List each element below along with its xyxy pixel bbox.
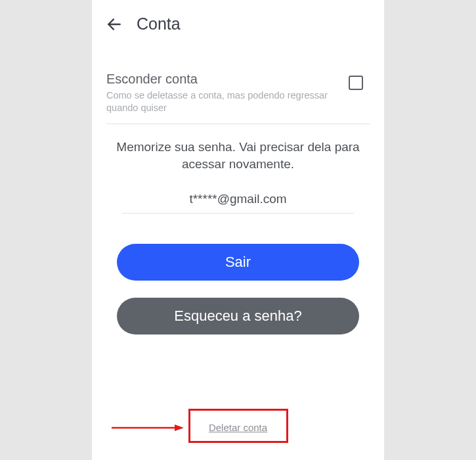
email-display: t*****@gmail.com (122, 192, 354, 214)
content: Esconder conta Como se deletasse a conta… (92, 45, 384, 334)
annotation-arrow-icon (112, 423, 184, 428)
hide-account-subtitle: Como se deletasse a conta, mas podendo r… (106, 89, 349, 114)
delete-link-wrapper: Deletar conta (196, 422, 280, 434)
hide-account-row[interactable]: Esconder conta Como se deletasse a conta… (106, 72, 370, 124)
forgot-password-button[interactable]: Esqueceu a senha? (117, 298, 359, 334)
account-screen: Conta Esconder conta Como se deletasse a… (92, 0, 384, 460)
hide-account-checkbox[interactable] (349, 76, 363, 90)
page-title: Conta (137, 14, 181, 34)
delete-account-link[interactable]: Deletar conta (196, 413, 280, 442)
back-arrow-icon[interactable] (105, 15, 123, 34)
password-memo-text: Memorize sua senha. Vai precisar dela pa… (113, 139, 363, 173)
svg-marker-2 (175, 425, 184, 431)
sign-out-button[interactable]: Sair (117, 244, 359, 281)
hide-account-text: Esconder conta Como se deletasse a conta… (106, 72, 349, 114)
header: Conta (92, 0, 384, 45)
hide-account-title: Esconder conta (106, 72, 349, 87)
